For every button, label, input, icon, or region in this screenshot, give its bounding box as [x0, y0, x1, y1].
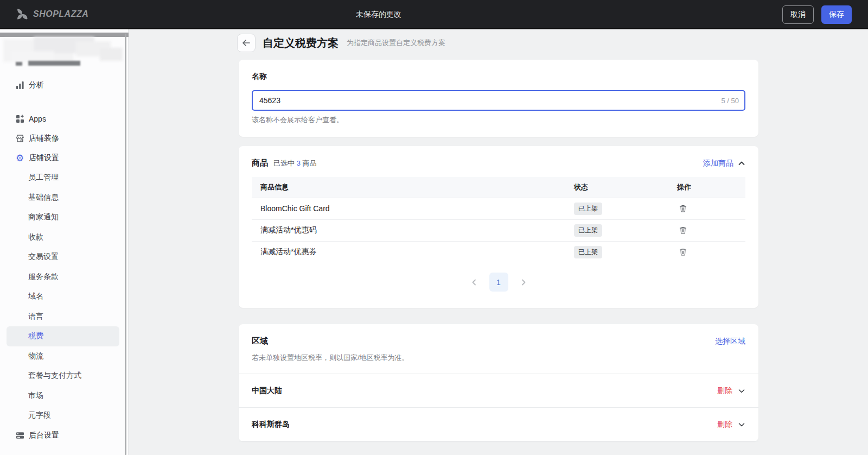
- bar-chart-icon: [15, 81, 24, 90]
- sidebar-scrollbar[interactable]: [125, 34, 126, 455]
- chevron-up-icon[interactable]: [738, 160, 745, 167]
- save-button[interactable]: 保存: [821, 5, 852, 24]
- sidebar-item-label: 后台设置: [29, 431, 59, 440]
- sidebar-item-backend-settings[interactable]: 后台设置: [0, 426, 124, 445]
- name-card: 名称 5 / 50 该名称不会展示给客户查看。: [239, 60, 758, 137]
- topbar: SHOPLAZZA 未保存的更改 取消 保存: [0, 0, 868, 29]
- page-number-current[interactable]: 1: [489, 273, 508, 292]
- selected-count: 3: [297, 159, 301, 167]
- column-product-info: 商品信息: [252, 177, 565, 198]
- trash-icon: [679, 226, 687, 235]
- delete-product-button[interactable]: [677, 224, 689, 236]
- shoplazza-flower-icon: [16, 8, 28, 20]
- selected-summary: 已选中 3 商品: [273, 159, 316, 168]
- cancel-button[interactable]: 取消: [782, 5, 814, 24]
- add-products-link[interactable]: 添加商品: [703, 159, 733, 168]
- name-input[interactable]: [252, 90, 745, 111]
- page-title: 自定义税费方案: [263, 36, 339, 50]
- product-name: 满减活动*优惠码: [252, 219, 565, 241]
- store-settings-submenu: 员工管理 基础信息 商家通知 收款 交易设置 服务条款 域名 语言 税费 物流 …: [0, 168, 124, 426]
- page-subtitle: 为指定商品设置自定义税费方案: [347, 38, 445, 48]
- pagination: 1: [252, 273, 745, 292]
- sidebar-item-payments[interactable]: 收款: [0, 228, 124, 248]
- name-label: 名称: [252, 72, 745, 81]
- gear-icon: ⚙: [15, 154, 24, 163]
- sidebar-item-store-design[interactable]: 店铺装修: [0, 129, 124, 148]
- back-button[interactable]: [237, 34, 256, 52]
- main-content: 自定义税费方案 为指定商品设置自定义税费方案 名称 5 / 50 该名称不会展示…: [129, 29, 868, 455]
- brand-name: SHOPLAZZA: [33, 9, 88, 19]
- column-status: 状态: [565, 177, 668, 198]
- apps-grid-icon: [15, 115, 24, 124]
- sidebar-item-language[interactable]: 语言: [0, 307, 124, 327]
- products-card: 商品 已选中 3 商品 添加商品 商品信息 状: [239, 146, 758, 308]
- arrow-left-icon: [241, 38, 251, 48]
- sidebar-item-label: Apps: [29, 115, 46, 123]
- status-badge: 已上架: [574, 203, 602, 215]
- sidebar-item-label: 分析: [29, 80, 44, 90]
- storefront-icon: [15, 134, 24, 143]
- region-name: 中国大陆: [252, 386, 282, 396]
- product-name: BloomChic Gift Card: [252, 198, 565, 219]
- region-helper-text: 若未单独设置地区税率，则以国家/地区税率为准。: [252, 353, 745, 363]
- sidebar-item-shipping[interactable]: 物流: [0, 346, 124, 366]
- redacted-bar: [0, 33, 129, 37]
- delete-region-link[interactable]: 删除: [717, 420, 732, 429]
- region-name: 科科斯群岛: [252, 420, 290, 429]
- sidebar-item-merchant-notice[interactable]: 商家通知: [0, 207, 124, 228]
- region-row-china-mainland: 中国大陆 删除: [239, 374, 758, 408]
- next-page-button[interactable]: [517, 276, 530, 289]
- name-helper-text: 该名称不会展示给客户查看。: [252, 115, 745, 125]
- sidebar: 分析 Apps 店铺装修 ⚙ 店铺设置: [0, 29, 129, 455]
- sidebar-item-domain[interactable]: 域名: [0, 287, 124, 307]
- status-badge: 已上架: [574, 246, 602, 258]
- sidebar-item-staff[interactable]: 员工管理: [0, 168, 124, 188]
- table-row: 满减活动*优惠码 已上架: [252, 219, 745, 241]
- sidebar-item-label: 店铺装修: [29, 134, 59, 143]
- status-badge: 已上架: [574, 224, 602, 237]
- sidebar-item-analytics[interactable]: 分析: [0, 75, 124, 95]
- delete-product-button[interactable]: [677, 203, 689, 214]
- trash-icon: [679, 204, 687, 213]
- column-action: 操作: [668, 177, 745, 198]
- chevron-down-icon[interactable]: [738, 421, 745, 428]
- chevron-down-icon[interactable]: [738, 387, 745, 395]
- delete-region-link[interactable]: 删除: [717, 386, 732, 396]
- sidebar-item-label: 店铺设置: [29, 153, 59, 163]
- region-title: 区域: [252, 336, 268, 346]
- server-stack-icon: [15, 431, 24, 440]
- trash-icon: [679, 248, 687, 256]
- sidebar-item-store-settings[interactable]: ⚙ 店铺设置: [0, 148, 124, 168]
- shoplazza-logo: SHOPLAZZA: [16, 8, 88, 20]
- chevron-left-icon: [470, 279, 478, 286]
- sidebar-item-transaction-settings[interactable]: 交易设置: [0, 247, 124, 267]
- sidebar-item-apps[interactable]: Apps: [0, 109, 124, 129]
- sidebar-item-tax-active[interactable]: 税费: [7, 326, 119, 346]
- region-card: 区域 选择区域 若未单独设置地区税率，则以国家/地区税率为准。 中国大陆 删除: [239, 324, 758, 441]
- table-header-row: 商品信息 状态 操作: [252, 177, 745, 198]
- products-title: 商品: [252, 158, 268, 168]
- sidebar-item-metafields[interactable]: 元字段: [0, 406, 124, 426]
- table-row: BloomChic Gift Card 已上架: [252, 198, 745, 219]
- table-row: 满减活动*优惠券 已上架: [252, 241, 745, 263]
- unsaved-changes-status: 未保存的更改: [356, 0, 401, 29]
- clipped-menu-item[interactable]: [0, 58, 119, 68]
- sidebar-item-terms[interactable]: 服务条款: [0, 267, 124, 287]
- prev-page-button[interactable]: [468, 276, 481, 289]
- sidebar-item-plan-payment-methods[interactable]: 套餐与支付方式: [0, 366, 124, 386]
- product-name: 满减活动*优惠券: [252, 241, 565, 263]
- products-table: 商品信息 状态 操作 BloomChic Gift Card 已上架: [252, 177, 745, 263]
- chevron-right-icon: [520, 279, 527, 286]
- select-region-link[interactable]: 选择区域: [715, 337, 745, 346]
- page-header: 自定义税费方案 为指定商品设置自定义税费方案: [237, 32, 445, 54]
- sidebar-item-basic-info[interactable]: 基础信息: [0, 188, 124, 208]
- delete-product-button[interactable]: [677, 246, 689, 258]
- region-row-cocos-islands: 科科斯群岛 删除: [239, 408, 758, 441]
- sidebar-item-markets[interactable]: 市场: [0, 386, 124, 406]
